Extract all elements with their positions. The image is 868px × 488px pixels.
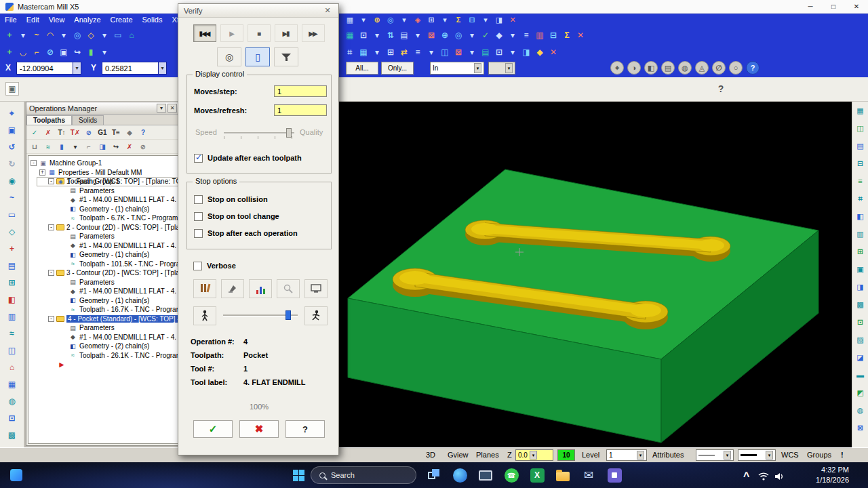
tree-item[interactable]: ≈ Toolpath - 26.1K - T.NC - Program — [28, 351, 178, 361]
menu-item[interactable]: Solids — [138, 14, 167, 26]
toolbar-icon[interactable]: ▾ — [412, 28, 424, 42]
step-mode-button[interactable] — [193, 306, 216, 325]
playback-button[interactable]: ■ — [248, 24, 271, 42]
menu-item[interactable]: File — [0, 14, 22, 26]
excel-icon[interactable]: X — [529, 467, 545, 483]
tree-item[interactable]: - 4 - Pocket (Standard) - [WCS: TOP] - — [28, 314, 178, 324]
tree-item[interactable]: - ◈ Toolpath Group-1 — [37, 177, 178, 186]
operations-toolbar-icon[interactable]: G1 — [96, 126, 109, 138]
tree-item[interactable]: ◆ #1 - M4.00 ENDMILL1 FLAT - 4. — [28, 287, 178, 296]
rail-tool-icon[interactable]: ⊡ — [854, 316, 867, 328]
tree-item[interactable]: - ▣ Machine Group-1 — [28, 159, 178, 168]
toolbar-icon[interactable]: ◎ — [71, 28, 83, 42]
rail-tool-icon[interactable]: ▥ — [6, 310, 18, 323]
store-app-icon[interactable] — [606, 467, 623, 483]
menu-item[interactable]: Edit — [22, 14, 44, 26]
selection-tool-icon[interactable]: ▤ — [661, 61, 675, 75]
operations-manager-titlebar[interactable]: Operations Manager ▾ ✕ — [26, 102, 180, 115]
panel-tab[interactable]: Toolpaths — [26, 115, 72, 125]
toolbar-icon[interactable]: ⌗ — [344, 45, 356, 59]
rail-tool-icon[interactable]: ⌗ — [854, 192, 867, 205]
tree-item[interactable]: ▤ Parameters — [28, 232, 178, 241]
speed-slider-track[interactable] — [224, 132, 294, 134]
toolbar-icon[interactable]: ◇ — [85, 28, 97, 42]
filter-button[interactable] — [274, 47, 298, 66]
toolbar-icon[interactable]: ▾ — [425, 45, 437, 59]
status-alert-icon[interactable]: ! — [841, 451, 844, 459]
tree-expander-icon[interactable]: - — [48, 178, 54, 184]
toolbar-icon[interactable]: ▾ — [371, 28, 383, 42]
rail-tool-icon[interactable]: ◍ — [854, 404, 867, 416]
selection-tool-icon[interactable]: ◍ — [678, 61, 692, 75]
taskbar-clock[interactable]: 4:32 PM 1/18/2026 — [816, 465, 849, 485]
toolbar-icon[interactable]: ✕ — [574, 28, 587, 42]
toolbar-icon[interactable]: ▾ — [466, 45, 478, 59]
toolbar-icon[interactable]: ⊞ — [384, 45, 397, 59]
rail-tool-icon[interactable]: ⊟ — [854, 157, 867, 169]
tray-chevron-icon[interactable]: ^ — [743, 470, 749, 483]
toolbar-icon[interactable]: ▾ — [58, 28, 70, 42]
toolbar-icon[interactable]: ▦ — [344, 14, 356, 25]
tree-item[interactable]: ◧ Geometry - (1) chain(s) — [28, 296, 178, 306]
rail-tool-icon[interactable]: ◪ — [854, 351, 867, 363]
operations-toolbar-icon[interactable]: ✓ — [28, 126, 41, 138]
toolbar-icon[interactable]: ≡ — [412, 45, 424, 59]
toolbar-icon[interactable]: ▾ — [371, 45, 383, 59]
operations-toolbar-icon[interactable]: ≈ — [41, 140, 55, 152]
status-z-label[interactable]: Z — [507, 451, 512, 459]
status-3d-button[interactable]: 3D — [426, 451, 435, 459]
toolbar-icon[interactable]: ▾ — [357, 14, 370, 25]
select-all-button[interactable]: All... — [346, 62, 378, 75]
toolbar-icon[interactable]: ◈ — [412, 14, 424, 25]
selection-tool-icon[interactable]: ◬ — [695, 61, 709, 75]
operations-toolbar-icon[interactable]: T↑ — [55, 126, 68, 138]
toolbar-icon[interactable]: ◆ — [493, 28, 505, 42]
tree-item[interactable]: - 2 - Contour (2D) - [WCS: TOP] - [Tpla — [28, 223, 178, 232]
toolbar-icon[interactable]: ⊞ — [425, 14, 437, 25]
close-button[interactable]: ✕ — [845, 0, 868, 14]
operations-toolbar-icon[interactable]: ⊘ — [82, 126, 96, 138]
toolbar-icon[interactable]: ≡ — [520, 28, 532, 42]
status-planes-button[interactable]: Planes — [476, 451, 499, 459]
playback-button[interactable]: ▶ — [220, 24, 243, 42]
toolbar-icon[interactable]: ⇅ — [384, 28, 397, 42]
rail-tool-icon[interactable]: ⌂ — [6, 361, 18, 373]
status-gview-button[interactable]: Gview — [448, 451, 469, 459]
minimize-button[interactable]: ─ — [799, 0, 822, 14]
line-style-combo[interactable]: ▾ — [696, 449, 734, 461]
stop-option-checkbox[interactable] — [194, 195, 203, 204]
toolbar-icon[interactable]: ▾ — [98, 45, 111, 59]
playback-button[interactable]: ▮◀◀ — [193, 24, 216, 42]
playback-button[interactable]: ▶▶ — [302, 24, 325, 42]
toolbar-icon[interactable]: + — [3, 45, 16, 59]
toolbar-icon[interactable]: ▤ — [398, 28, 410, 42]
toolbar-icon[interactable]: ▮ — [85, 45, 97, 59]
toolbar-icon[interactable]: ✕ — [547, 45, 559, 59]
toolbar-icon[interactable]: ◨ — [493, 14, 505, 25]
rail-tool-icon[interactable]: ⊞ — [854, 245, 867, 258]
level-combo[interactable]: 1▾ — [606, 449, 647, 461]
rail-tool-icon[interactable]: ◫ — [6, 344, 18, 357]
tree-item[interactable]: ◧ Geometry - (1) chain(s) — [28, 250, 178, 260]
tree-item[interactable]: ◧ Geometry - (1) chain(s) — [28, 205, 178, 214]
rail-tool-icon[interactable]: ⊠ — [854, 422, 867, 434]
operations-toolbar-icon[interactable]: ⊘ — [136, 140, 150, 152]
widgets-icon[interactable] — [8, 467, 24, 483]
toolbar-icon[interactable]: ▾ — [479, 14, 492, 25]
tree-item[interactable]: ≈ Toolpath - 16.7K - T.NC - Program — [28, 305, 178, 314]
context-help-icon[interactable]: ? — [713, 80, 728, 98]
panel-close-icon[interactable]: ✕ — [167, 104, 177, 113]
tree-item[interactable]: + ▦ Properties - Mill Default MM — [28, 168, 178, 178]
tree-item[interactable]: ≈ Toolpath - 6.7K - T.NC - Program — [28, 214, 178, 223]
selection-mode-combo[interactable]: In▾ — [430, 62, 484, 75]
tree-item[interactable]: ▤ Parameters — [28, 278, 178, 287]
toolbar-icon[interactable]: ◫ — [439, 45, 451, 59]
toolbar-icon[interactable]: ⌂ — [125, 28, 138, 42]
monitor-app-icon[interactable] — [477, 467, 494, 483]
tree-item[interactable]: - 3 - Contour (2D) - [WCS: TOP] - [Tpla — [28, 268, 178, 278]
rail-tool-icon[interactable]: ◨ — [854, 281, 867, 293]
moves-step-field[interactable]: 1 — [274, 85, 327, 97]
rail-tool-icon[interactable]: ↺ — [6, 141, 18, 153]
toolbar-icon[interactable]: ▥ — [534, 28, 546, 42]
operations-toolbar-icon[interactable]: ◆ — [123, 126, 136, 138]
